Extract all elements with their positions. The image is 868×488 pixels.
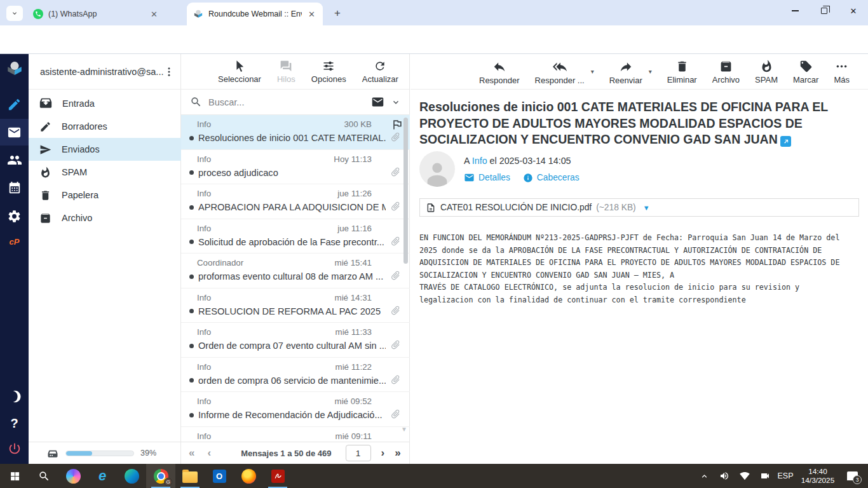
outlook-icon[interactable]: O	[205, 464, 234, 488]
storage-icon	[46, 447, 59, 459]
page-number-input[interactable]	[346, 445, 371, 461]
tray-chevron-up-icon[interactable]	[695, 464, 713, 488]
settings-gear-icon[interactable]	[0, 203, 29, 229]
quota-bar-fill	[66, 451, 92, 456]
paperclip-icon	[388, 302, 403, 318]
threads-button[interactable]: Hilos	[277, 54, 295, 84]
folder-label: Entrada	[62, 98, 95, 109]
acrobat-icon[interactable]	[263, 464, 292, 488]
folder-item-borradores[interactable]: Borradores	[29, 115, 181, 138]
edge-icon[interactable]	[117, 464, 146, 488]
window-minimize-button[interactable]	[780, 0, 810, 22]
attachment-menu-caret-icon[interactable]: ▼	[643, 204, 650, 212]
darkmode-moon-icon[interactable]	[0, 383, 29, 410]
mail-row[interactable]: Infomié 09:11	[181, 427, 410, 442]
scrollbar-down-arrow[interactable]: ▼	[401, 426, 407, 433]
tab-search-button[interactable]	[6, 6, 23, 21]
list-scrollbar[interactable]	[403, 118, 408, 264]
recipient-link[interactable]: Info	[472, 156, 487, 166]
attachment-bar[interactable]: CATE01 RESOLUCIÓN DE INICIO.pdf (~218 KB…	[419, 198, 859, 217]
reply-all-button[interactable]: Responder ...	[535, 54, 585, 85]
taskbar-search-icon[interactable]	[29, 464, 58, 488]
clock-date: 14/3/2025	[801, 476, 834, 485]
mail-row[interactable]: Infomié 11:22 orden de compra 06 servici…	[181, 358, 410, 393]
options-button[interactable]: Opciones	[311, 54, 346, 84]
tab-whatsapp[interactable]: (1) WhatsApp ✕	[27, 3, 165, 25]
trash-icon	[675, 60, 689, 73]
start-button[interactable]	[0, 464, 29, 488]
folder-item-spam[interactable]: SPAM	[29, 161, 181, 184]
copilot-icon[interactable]	[58, 464, 88, 488]
mail-row[interactable]: Infojue 11:26 APROBACION PARA LA ADQUISI…	[181, 184, 410, 219]
roundcube-logo	[0, 55, 29, 82]
cpanel-button[interactable]: cP	[0, 228, 29, 255]
calendar-button[interactable]	[0, 175, 29, 201]
next-page-button[interactable]: ›	[381, 447, 385, 459]
mail-row[interactable]: Coordinadormié 15:41 proformas evento cu…	[181, 254, 410, 288]
volume-icon[interactable]	[715, 464, 733, 488]
folder-item-archivo[interactable]: Archivo	[29, 207, 181, 229]
firefox-icon[interactable]	[234, 464, 263, 488]
language-indicator[interactable]: ESP	[776, 464, 794, 488]
account-kebab-icon[interactable]	[163, 66, 175, 78]
refresh-button[interactable]: Actualizar	[362, 54, 398, 84]
folder-item-enviados[interactable]: Enviados	[29, 138, 181, 161]
details-link[interactable]: Detalles	[464, 172, 510, 183]
prev-page-button[interactable]: ‹	[207, 447, 211, 459]
forward-icon	[619, 60, 633, 74]
wifi-icon[interactable]	[736, 464, 754, 488]
reply-all-caret-icon[interactable]: ▾	[591, 68, 594, 75]
paperclip-icon	[388, 268, 403, 283]
logout-power-icon[interactable]	[0, 435, 29, 462]
delete-button[interactable]: Eliminar	[667, 54, 697, 85]
system-tray: ESP 14:4014/3/2025 3	[695, 464, 868, 488]
more-button[interactable]: Más	[834, 54, 850, 85]
contacts-button[interactable]	[0, 147, 29, 173]
forward-caret-icon[interactable]: ▾	[649, 68, 652, 75]
mark-button[interactable]: Marcar	[793, 54, 818, 85]
tab-roundcube-active[interactable]: Roundcube Webmail :: Enviados ✕	[187, 3, 323, 25]
spam-button[interactable]: SPAM	[755, 54, 778, 85]
tab-close-icon[interactable]: ✕	[307, 10, 316, 19]
mail-row[interactable]: InfoHoy 11:13 proceso adjudicaco	[181, 150, 410, 185]
mail-row[interactable]: Infomié 09:52 Informe de Recomendación d…	[181, 392, 410, 427]
compose-button[interactable]	[0, 91, 29, 118]
chrome-icon[interactable]: G	[146, 464, 175, 488]
help-button[interactable]: ?	[0, 410, 29, 437]
folder-item-entrada[interactable]: Entrada	[29, 92, 181, 115]
pdf-file-icon	[426, 203, 436, 213]
clock[interactable]: 14:4014/3/2025	[797, 464, 839, 488]
new-tab-button[interactable]: +	[330, 6, 344, 20]
folder-item-papelera[interactable]: Papelera	[29, 184, 181, 207]
select-button[interactable]: Seleccionar	[218, 54, 261, 84]
mail-row[interactable]: Infomié 14:31 RESOLUCION DE REFORMA AL P…	[181, 288, 410, 323]
window-close-button[interactable]: ✕	[839, 0, 868, 22]
search-scope-mail-icon[interactable]	[371, 95, 384, 109]
search-options-chevron-icon[interactable]	[391, 97, 401, 107]
attachment-name[interactable]: CATE01 RESOLUCIÓN DE INICIO.pdf	[440, 203, 592, 212]
browser-titlebar: (1) WhatsApp ✕ Roundcube Webmail :: Envi…	[0, 0, 868, 25]
internet-explorer-icon[interactable]: e	[88, 464, 117, 488]
meet-now-icon[interactable]	[756, 464, 774, 488]
mail-row[interactable]: Infojue 11:16 Solicitud de aprobación de…	[181, 219, 410, 254]
archive-button[interactable]: Archivo	[712, 54, 740, 85]
flag-icon[interactable]	[391, 118, 403, 131]
tab-close-icon[interactable]: ✕	[149, 10, 159, 19]
paperclip-icon	[388, 337, 403, 352]
notification-center-icon[interactable]: 3	[841, 464, 863, 488]
mail-row[interactable]: Info300 KB Resoluciones de inicio 001 CA…	[181, 115, 410, 150]
reply-button[interactable]: Responder	[479, 54, 520, 85]
external-link-icon[interactable]	[780, 136, 791, 147]
body-line: TRAVÉS DE CATALOGO ELECTRÓNICO, se adjun…	[419, 281, 864, 294]
file-explorer-icon[interactable]	[175, 464, 205, 488]
mail-button[interactable]	[0, 119, 29, 146]
first-page-button[interactable]: «	[189, 447, 194, 459]
window-restore-button[interactable]	[810, 0, 839, 22]
headers-link[interactable]: Cabeceras	[523, 173, 580, 183]
search-input[interactable]	[208, 97, 365, 107]
mail-row[interactable]: Infomié 11:33 Orden de compra 07 evento …	[181, 323, 410, 358]
last-page-button[interactable]: »	[395, 447, 400, 459]
forward-button[interactable]: Reenviar	[609, 54, 642, 85]
folders-pane: asistente-administrativo@sa... Entrada B…	[29, 54, 181, 464]
search-icon[interactable]	[190, 96, 202, 108]
